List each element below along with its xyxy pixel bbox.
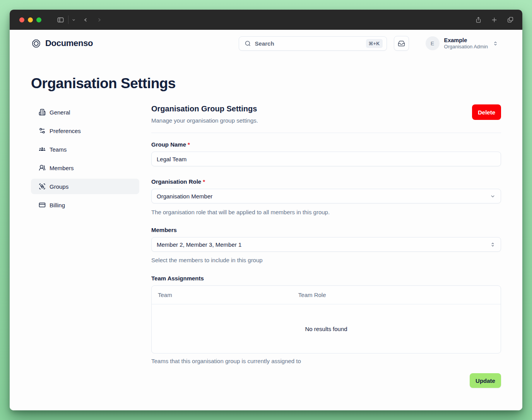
sidebar-item-teams[interactable]: Teams — [31, 142, 139, 157]
tab-overview-icon[interactable] — [507, 16, 514, 23]
credit-card-icon — [39, 201, 46, 208]
required-marker: * — [203, 178, 205, 186]
organisation-role-field: Organisation Role * Organisation Member … — [151, 178, 501, 216]
sidebar-item-label: Members — [50, 165, 74, 171]
organisation-role-value: Organisation Member — [157, 193, 212, 200]
users-icon — [39, 164, 46, 171]
avatar: E — [426, 36, 440, 50]
share-icon[interactable] — [475, 16, 482, 24]
sidebar-item-label: General — [50, 109, 70, 116]
team-assignments-caption: Teams that this organisation group is cu… — [151, 358, 501, 364]
table-empty-state: No results found — [152, 304, 501, 353]
sidebar-item-members[interactable]: Members — [31, 160, 139, 176]
documenso-logo-icon — [31, 38, 41, 49]
sidebar-item-label: Billing — [50, 202, 65, 208]
new-tab-icon[interactable] — [491, 17, 498, 23]
forward-icon[interactable] — [96, 17, 102, 23]
traffic-lights — [19, 17, 41, 22]
teams-icon — [39, 146, 46, 153]
group-name-input[interactable] — [157, 156, 496, 162]
members-field: Members Member 2, Member 3, Member 1 Sel… — [151, 226, 501, 264]
members-multiselect[interactable]: Member 2, Member 3, Member 1 — [151, 237, 501, 252]
team-assignments-field: Team Assignments Team Team Role No resul… — [151, 275, 501, 364]
sidebar-item-preferences[interactable]: Preferences — [31, 123, 139, 138]
inbox-button[interactable] — [394, 36, 409, 51]
inbox-icon — [398, 40, 405, 47]
search-shortcut-badge: ⌘+K — [366, 39, 383, 48]
search-input[interactable] — [255, 40, 362, 47]
organisation-role-label: Organisation Role — [151, 178, 201, 186]
sidebar-item-general[interactable]: General — [31, 104, 139, 120]
page-title: Organisation Settings — [31, 75, 501, 92]
section-title: Organisation Group Settings — [151, 104, 258, 113]
close-window-button[interactable] — [19, 17, 24, 22]
user-role: Organisation Admin — [444, 44, 488, 50]
titlebar-actions — [475, 16, 514, 24]
section-subtitle: Manage your organisation group settings. — [151, 117, 258, 124]
members-label: Members — [151, 226, 177, 234]
building-icon — [39, 109, 46, 116]
search-bar[interactable]: ⌘+K — [239, 36, 387, 51]
column-header-team: Team — [152, 292, 298, 298]
brand[interactable]: Documenso — [31, 38, 93, 49]
section-divider — [151, 133, 501, 133]
sidebar-item-billing[interactable]: Billing — [31, 197, 139, 213]
settings-sidebar: General Preferences Teams — [31, 104, 139, 388]
organisation-role-select[interactable]: Organisation Member — [151, 189, 501, 203]
group-settings-panel: Organisation Group Settings Manage your … — [151, 104, 501, 388]
user-name: Example — [444, 37, 488, 44]
sliders-icon — [39, 127, 46, 134]
sidebar-toggle-icon[interactable] — [57, 16, 64, 24]
table-header-row: Team Team Role — [152, 286, 501, 304]
titlebar-divider — [68, 15, 68, 24]
back-icon[interactable] — [83, 17, 89, 23]
chevrons-up-down-icon — [490, 242, 496, 248]
sidebar-item-label: Teams — [50, 146, 67, 153]
browser-window: Documenso ⌘+K E Example Organisation Adm… — [10, 10, 522, 410]
delete-button[interactable]: Delete — [472, 104, 501, 120]
user-menu[interactable]: E Example Organisation Admin — [426, 36, 498, 50]
sidebar-item-label: Groups — [50, 183, 68, 190]
browser-titlebar — [10, 10, 522, 30]
sidebar-item-groups[interactable]: Groups — [31, 179, 139, 194]
settings-page: Organisation Settings General Prefe — [10, 57, 522, 388]
app-header: Documenso ⌘+K E Example Organisation Adm… — [10, 30, 522, 57]
team-assignments-label: Team Assignments — [151, 275, 204, 282]
update-button[interactable]: Update — [470, 373, 501, 388]
team-assignments-table: Team Team Role No results found — [151, 285, 501, 353]
empty-state-text: No results found — [305, 326, 347, 332]
search-icon — [245, 40, 251, 47]
minimize-window-button[interactable] — [28, 17, 33, 22]
chevron-down-icon — [490, 193, 496, 199]
members-helper: Select the members to include in this gr… — [151, 256, 501, 264]
sidebar-item-label: Preferences — [50, 128, 81, 134]
members-value: Member 2, Member 3, Member 1 — [157, 241, 241, 248]
group-name-field: Group Name * — [151, 141, 501, 166]
zoom-window-button[interactable] — [36, 17, 41, 22]
chevron-down-icon[interactable] — [72, 18, 76, 22]
group-icon — [39, 183, 46, 190]
brand-name: Documenso — [45, 38, 93, 48]
column-header-team-role: Team Role — [298, 292, 501, 298]
chevrons-up-down-icon — [493, 41, 498, 46]
organisation-role-helper: The organisation role that will be appli… — [151, 208, 501, 216]
required-marker: * — [188, 141, 190, 149]
app-content: Documenso ⌘+K E Example Organisation Adm… — [10, 30, 522, 410]
group-name-label: Group Name — [151, 141, 186, 149]
